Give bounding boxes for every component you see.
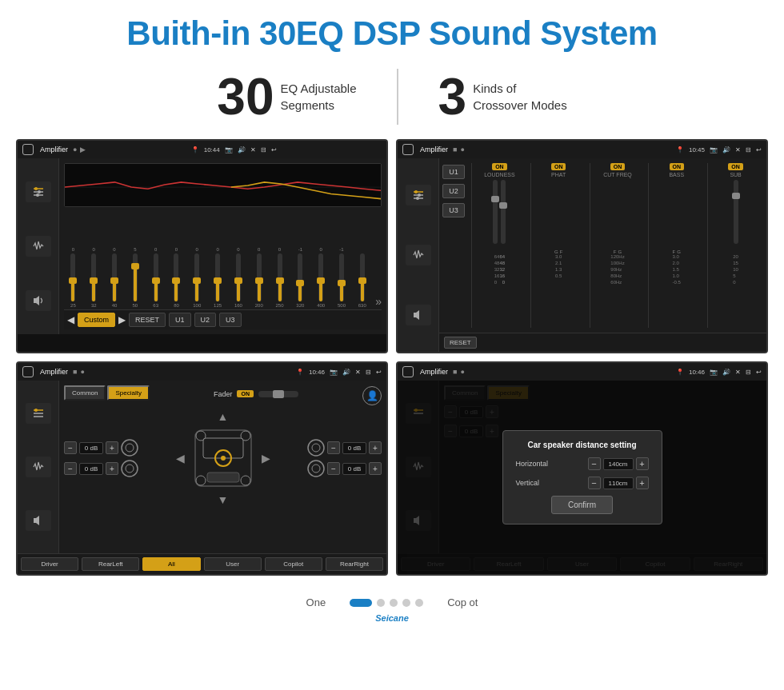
slider-track-40[interactable] <box>112 253 117 301</box>
bottom-controls-1: ◀ Custom ▶ RESET U1 U2 U3 <box>64 309 382 329</box>
speaker-icon-br <box>307 460 325 477</box>
slider-track-160[interactable] <box>236 253 241 301</box>
prev-btn[interactable]: ◀ <box>67 314 74 325</box>
slider-track-50[interactable] <box>133 253 138 301</box>
center-info-3: 📍 10:46 📷 🔊 ✕ ⊟ ↩ <box>296 369 382 376</box>
bass-vals: F G <box>673 180 681 254</box>
slider-track-200[interactable] <box>257 253 262 301</box>
amplifier-label-4: Amplifier <box>420 368 448 376</box>
slider-track-400[interactable] <box>318 253 323 301</box>
col-title-cutfreq: CUT FREQ <box>603 172 632 177</box>
up-arrow[interactable]: ▲ <box>218 410 229 423</box>
stats-row: 30 EQ Adjustable Segments 3 Kinds of Cro… <box>0 61 784 139</box>
rearleft-btn-3[interactable]: RearLeft <box>82 557 139 571</box>
next-btn[interactable]: ▶ <box>118 314 126 325</box>
slider-track-125[interactable] <box>215 253 220 301</box>
loudness-slider-r[interactable] <box>501 180 506 244</box>
slider-track-500[interactable] <box>339 253 344 301</box>
wave-btn-3[interactable] <box>26 457 51 477</box>
dot-1[interactable] <box>350 599 372 607</box>
u1-btn[interactable]: U1 <box>169 313 191 327</box>
speaker-center-row: ◀ <box>176 426 270 490</box>
slider-track-100[interactable] <box>194 253 199 301</box>
stat-number-crossover: 3 <box>438 71 467 122</box>
user-btn-3[interactable]: User <box>204 557 262 571</box>
eq-icon-btn-3[interactable] <box>26 403 51 424</box>
crossover-main: U1 U2 U3 ON LOUDNESS <box>439 158 766 352</box>
slider-track-32[interactable] <box>91 253 96 301</box>
u2-btn[interactable]: U2 <box>194 313 217 327</box>
confirm-button[interactable]: Confirm <box>551 496 613 514</box>
reset-crossover[interactable]: RESET <box>444 337 477 349</box>
minus-tr[interactable]: − <box>327 441 340 454</box>
slider-track-250[interactable] <box>278 253 282 301</box>
home-icon-2[interactable] <box>402 144 414 155</box>
driver-btn-3[interactable]: Driver <box>21 557 78 571</box>
slider-track-320[interactable] <box>298 253 302 301</box>
reset-btn-1[interactable]: RESET <box>129 313 166 327</box>
minus-br[interactable]: − <box>327 462 340 475</box>
wave-btn-1[interactable] <box>26 236 51 257</box>
time-2: 10:45 <box>689 146 705 154</box>
eq-icon-btn-1[interactable] <box>26 181 51 202</box>
right-arrow[interactable]: ▶ <box>262 452 270 465</box>
home-icon-4[interactable] <box>402 366 414 377</box>
col-loudness: ON LOUDNESS 6464 <box>471 163 527 328</box>
dot-3[interactable] <box>390 599 398 607</box>
rearright-btn-3[interactable]: RearRight <box>326 557 383 571</box>
more-icon[interactable]: » <box>375 295 382 308</box>
slider-track-63[interactable] <box>154 253 158 301</box>
plus-tl[interactable]: + <box>106 441 118 454</box>
u1-crossover-btn[interactable]: U1 <box>442 165 465 179</box>
stat-desc-crossover: Kinds of Crossover Modes <box>473 80 567 114</box>
sub-slider[interactable] <box>734 180 738 244</box>
svg-point-13 <box>418 193 421 197</box>
screen-body-1: 0 25 0 32 <box>18 158 386 334</box>
vertical-value: 110cm <box>603 477 634 489</box>
minus-bl[interactable]: − <box>64 462 77 475</box>
fader-knob[interactable] <box>273 390 284 398</box>
u3-btn[interactable]: U3 <box>219 313 242 327</box>
loudness-slider-l[interactable] <box>493 180 498 244</box>
fader-control: Fader ON <box>214 390 298 398</box>
tab-specialty-3[interactable]: Specialty <box>107 385 149 401</box>
svg-rect-26 <box>203 438 243 458</box>
u2-crossover-btn[interactable]: U2 <box>442 184 465 198</box>
all-btn-3[interactable]: All <box>142 557 200 571</box>
vertical-minus[interactable]: − <box>588 477 601 489</box>
wave-btn-2[interactable] <box>406 245 431 265</box>
horizontal-minus[interactable]: − <box>588 457 601 470</box>
svg-marker-15 <box>414 310 419 320</box>
screen-eq: Amplifier ● ▶ 📍 10:44 📷 🔊 ✕ ⊟ ↩ <box>16 139 388 353</box>
fader-track[interactable] <box>258 391 298 397</box>
plus-tr[interactable]: + <box>369 441 382 454</box>
vertical-plus[interactable]: + <box>636 477 649 489</box>
down-arrow[interactable]: ▼ <box>218 493 229 506</box>
slider-track-630[interactable] <box>360 253 365 301</box>
home-icon[interactable] <box>22 144 34 155</box>
screenshots-grid: Amplifier ● ▶ 📍 10:44 📷 🔊 ✕ ⊟ ↩ <box>0 139 784 588</box>
eq-icon-btn-2[interactable] <box>406 185 431 205</box>
vol-btn-2[interactable] <box>406 305 431 325</box>
horizontal-plus[interactable]: + <box>636 457 649 470</box>
slider-track-80[interactable] <box>174 253 178 301</box>
plus-br[interactable]: + <box>369 462 382 475</box>
right-controls: − 0 dB + − 0 dB + <box>307 439 382 477</box>
android-bar-3: Amplifier ■ ● 📍 10:46 📷 🔊 ✕ ⊟ ↩ <box>18 363 386 381</box>
dot-5[interactable] <box>415 599 423 607</box>
vol-btn-3[interactable] <box>26 510 51 531</box>
vol-btn-1[interactable] <box>26 290 51 311</box>
dot-2[interactable] <box>377 599 385 607</box>
home-icon-3[interactable] <box>22 366 34 377</box>
dot-4[interactable] <box>402 599 410 607</box>
copilot-btn-3[interactable]: Copilot <box>265 557 322 571</box>
tab-common-3[interactable]: Common <box>64 385 106 401</box>
slider-track-25[interactable] <box>70 253 75 301</box>
left-arrow[interactable]: ◀ <box>176 452 185 465</box>
custom-btn[interactable]: Custom <box>78 313 115 327</box>
plus-bl[interactable]: + <box>106 462 118 475</box>
screen-distance: Amplifier ■ ● 📍 10:46 📷 🔊 ✕ ⊟ ↩ <box>396 361 768 576</box>
minus-tl[interactable]: − <box>64 441 77 454</box>
record-dot-2: ■ <box>453 146 457 154</box>
u3-crossover-btn[interactable]: U3 <box>442 203 465 217</box>
